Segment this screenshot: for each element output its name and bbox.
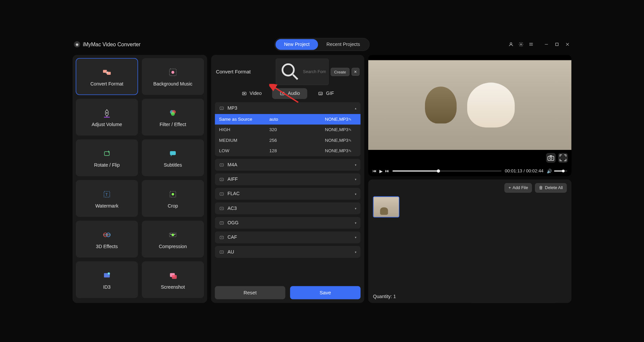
format-header[interactable]: AC3▾ <box>215 203 360 214</box>
close-icon[interactable] <box>565 42 570 47</box>
chevron-icon: ▾ <box>355 250 357 254</box>
quality-label: MEDIUM <box>219 138 269 143</box>
format-row[interactable]: LOW128NONE,MP3✎ <box>215 146 360 156</box>
volume-slider[interactable] <box>554 170 567 171</box>
tool-3d-effects[interactable]: 3D Effects <box>76 221 138 258</box>
search-format-input[interactable] <box>276 59 328 85</box>
format-header[interactable]: CAF▾ <box>215 231 360 243</box>
tool-subtitles[interactable]: Subtitles <box>142 139 204 176</box>
svg-point-7 <box>106 112 107 113</box>
new-project-button[interactable]: New Project <box>275 39 318 50</box>
format-aiff: AIFF▾ <box>215 173 360 185</box>
format-au: AU▾ <box>215 246 360 258</box>
fullscreen-icon <box>558 153 568 162</box>
format-header[interactable]: OGG▾ <box>215 217 360 229</box>
svg-point-40 <box>550 157 552 159</box>
format-name: AC3 <box>227 206 237 211</box>
tool-label: Subtitles <box>164 162 182 168</box>
edit-icon[interactable]: ✎ <box>348 138 357 142</box>
codec-label: NONE,MP3 <box>305 138 348 143</box>
maximize-icon[interactable] <box>554 42 560 47</box>
app-logo-icon: ◉ <box>74 41 80 48</box>
minimize-icon[interactable] <box>544 42 549 47</box>
account-icon[interactable] <box>508 42 514 47</box>
format-header[interactable]: AU▾ <box>215 246 360 258</box>
tool-label: Crop <box>168 203 178 209</box>
bitrate-label: auto <box>269 117 305 122</box>
tool-watermark[interactable]: TWatermark <box>76 180 138 217</box>
tool-adjust-volume[interactable]: Adjust Volume <box>76 99 138 135</box>
tools-sidebar: Convert FormatBackground MusicAdjust Vol… <box>72 55 207 303</box>
format-row[interactable]: HIGH320NONE,MP3✎ <box>215 124 360 135</box>
tab-gif[interactable]: GIF GIF <box>311 88 341 99</box>
format-header[interactable]: AIFF▾ <box>215 173 360 185</box>
tab-video[interactable]: Video <box>234 88 269 99</box>
save-button[interactable]: Save <box>290 286 361 299</box>
bitrate-label: 320 <box>269 127 305 132</box>
format-row[interactable]: MEDIUM256NONE,MP3✎ <box>215 135 360 146</box>
format-ogg: OGG▾ <box>215 217 360 229</box>
format-caf: CAF▾ <box>215 231 360 243</box>
audio-icon <box>280 91 285 97</box>
file-thumbnail[interactable] <box>373 196 399 218</box>
format-header[interactable]: MP3▴ <box>215 102 360 114</box>
edit-icon[interactable]: ✎ <box>348 149 357 153</box>
edit-icon[interactable]: ✎ <box>348 128 357 132</box>
next-button[interactable]: ⏭ <box>385 169 389 173</box>
chevron-icon: ▾ <box>355 221 357 225</box>
tool-crop[interactable]: Crop <box>142 180 204 217</box>
add-file-button[interactable]: +Add File <box>504 183 532 192</box>
tool-label: Watermark <box>95 203 118 209</box>
tool-label: 3D Effects <box>96 244 118 249</box>
tool-screenshot[interactable]: Screenshot <box>142 261 204 298</box>
format-icon <box>219 191 224 196</box>
tool-background-music[interactable]: Background Music <box>142 58 204 95</box>
delete-all-button[interactable]: 🗑Delete All <box>535 183 567 192</box>
create-button[interactable]: Create <box>331 68 350 76</box>
tool-label: ID3 <box>103 284 111 290</box>
volume-icon[interactable]: 🔊 <box>547 169 552 174</box>
project-nav: New Project Recent Projects <box>274 38 369 51</box>
format-header[interactable]: M4A▾ <box>215 159 360 171</box>
reset-button[interactable]: Reset <box>215 286 285 299</box>
close-search-button[interactable]: ✕ <box>352 68 360 76</box>
file-list-panel: +Add File 🗑Delete All Quantity: 1 <box>368 179 572 303</box>
quality-label: HIGH <box>219 127 269 132</box>
svg-point-0 <box>510 43 512 44</box>
svg-rect-3 <box>103 70 107 73</box>
play-button[interactable]: ▶ <box>379 169 382 174</box>
tool-filter-effect[interactable]: Filter / Effect <box>142 99 204 135</box>
edit-icon[interactable]: ✎ <box>348 117 357 121</box>
settings-icon[interactable] <box>519 42 524 47</box>
format-row[interactable]: Same as SourceautoNONE,MP3✎ <box>215 114 360 124</box>
recent-projects-button[interactable]: Recent Projects <box>318 39 368 50</box>
tool-rotate-flip[interactable]: Rotate / Flip <box>76 139 138 176</box>
tab-audio[interactable]: Audio <box>272 88 308 99</box>
tool-label: Filter / Effect <box>160 122 186 127</box>
video-icon <box>241 91 247 97</box>
svg-text:T: T <box>105 192 108 196</box>
tool-id3[interactable]: ID3 <box>76 261 138 298</box>
tool-label: Convert Format <box>90 81 123 87</box>
fullscreen-button[interactable] <box>558 153 568 162</box>
search-format-field[interactable] <box>303 69 326 74</box>
tool-convert-format[interactable]: Convert Format <box>76 58 138 95</box>
trash-icon: 🗑 <box>539 185 543 190</box>
format-header[interactable]: FLAC▾ <box>215 188 360 199</box>
convert-panel: Convert Format Create ✕ Video Audio GIF <box>211 55 364 303</box>
svg-rect-25 <box>172 275 176 279</box>
progress-slider[interactable] <box>392 170 501 171</box>
format-icon <box>219 249 224 254</box>
snapshot-button[interactable] <box>546 153 555 162</box>
tool-icon <box>167 270 179 281</box>
tool-compression[interactable]: Compression <box>142 221 204 258</box>
menu-icon[interactable] <box>528 42 534 47</box>
prev-button[interactable]: ⏮ <box>372 169 377 173</box>
tool-icon <box>101 66 113 78</box>
format-icon <box>219 206 224 211</box>
tool-label: Screenshot <box>161 284 185 290</box>
chevron-icon: ▾ <box>355 235 357 239</box>
tool-icon <box>167 66 179 78</box>
chevron-icon: ▾ <box>355 192 357 196</box>
tool-icon: T <box>101 188 113 200</box>
